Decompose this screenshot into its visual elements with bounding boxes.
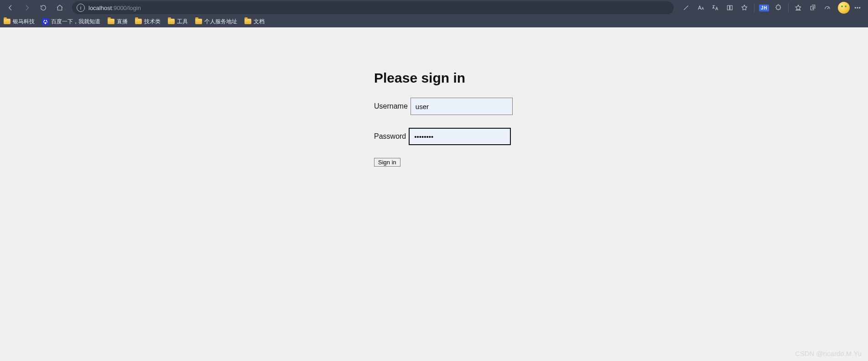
bookmark-label: 技术类: [144, 18, 161, 26]
page-viewport: Please sign in Username Password Sign in…: [0, 27, 868, 361]
home-icon: [56, 4, 63, 11]
toolbar-right: JH: [679, 1, 864, 15]
password-label: Password: [374, 132, 406, 141]
reading-view-button[interactable]: [723, 1, 737, 15]
bookmark-label: 百度一下，我就知道: [51, 18, 100, 26]
folder-icon: [4, 19, 10, 24]
site-info-icon[interactable]: i: [77, 4, 85, 12]
toolbar-separator: [754, 3, 754, 12]
collections-icon: [809, 4, 816, 11]
favorites-icon: [795, 4, 802, 11]
puzzle-icon: [775, 4, 782, 11]
star-icon: [741, 4, 748, 11]
browser-toolbar: i localhost:9000/login JH: [0, 0, 868, 16]
svg-point-0: [855, 7, 856, 8]
page-title: Please sign in: [374, 70, 529, 86]
browser-chrome: i localhost:9000/login JH: [0, 0, 868, 27]
bookmark-item[interactable]: 百度一下，我就知道: [42, 18, 100, 26]
text-size-icon: [697, 4, 704, 11]
bookmark-item[interactable]: 直播: [108, 18, 128, 26]
bookmarks-bar: 银马科技百度一下，我就知道直播技术类工具个人服务地址文档: [0, 16, 868, 27]
bookmark-label: 文档: [254, 18, 265, 26]
arrow-right-icon: [23, 4, 31, 11]
translate-icon: [712, 4, 719, 11]
username-row: Username: [374, 98, 529, 115]
username-label: Username: [374, 102, 408, 110]
extensions-button[interactable]: [772, 1, 785, 15]
read-aloud-button[interactable]: [694, 1, 707, 15]
bookmark-label: 个人服务地址: [204, 18, 237, 26]
username-input[interactable]: [411, 98, 513, 115]
bookmark-item[interactable]: 工具: [168, 18, 188, 26]
extension-jh[interactable]: JH: [757, 1, 771, 15]
collections-button[interactable]: [806, 1, 820, 15]
svg-point-2: [859, 7, 860, 8]
folder-icon: [244, 19, 251, 24]
bookmark-label: 银马科技: [13, 18, 35, 26]
bookmark-label: 工具: [177, 18, 188, 26]
translate-button[interactable]: [708, 1, 722, 15]
password-row: Password: [374, 128, 529, 145]
refresh-icon: [40, 4, 47, 11]
url-text[interactable]: localhost:9000/login: [88, 5, 669, 11]
favorites-bar-button[interactable]: [791, 1, 805, 15]
watermark: CSDN @ricardo.M.Yu: [795, 350, 862, 357]
url-host: localhost: [88, 5, 112, 11]
folder-icon: [168, 19, 175, 24]
bookmark-item[interactable]: 银马科技: [4, 18, 35, 26]
profile-avatar[interactable]: [838, 2, 850, 14]
folder-icon: [195, 19, 202, 24]
bookmark-label: 直播: [117, 18, 128, 26]
address-bar[interactable]: i localhost:9000/login: [72, 1, 674, 14]
svg-point-1: [857, 7, 858, 8]
sign-in-button[interactable]: Sign in: [374, 158, 400, 167]
back-button[interactable]: [4, 1, 17, 15]
arrow-left-icon: [7, 4, 14, 11]
bookmark-item[interactable]: 技术类: [135, 18, 161, 26]
refresh-button[interactable]: [36, 1, 50, 15]
login-form: Please sign in Username Password Sign in: [374, 70, 529, 167]
extension-badge: JH: [759, 5, 769, 11]
performance-button[interactable]: [821, 1, 834, 15]
toolbar-separator-2: [788, 3, 789, 12]
baidu-icon: [42, 18, 49, 25]
forward-button[interactable]: [20, 1, 34, 15]
folder-icon: [108, 19, 114, 24]
bookmark-item[interactable]: 个人服务地址: [195, 18, 237, 26]
wand-icon: [682, 4, 690, 11]
folder-icon: [135, 19, 142, 24]
search-in-page-button[interactable]: [679, 1, 693, 15]
home-button[interactable]: [53, 1, 67, 15]
book-icon: [726, 4, 733, 11]
url-rest: :9000/login: [112, 5, 141, 11]
more-icon: [854, 4, 861, 11]
gauge-icon: [824, 4, 831, 11]
password-input[interactable]: [409, 128, 511, 145]
more-button[interactable]: [851, 1, 864, 15]
favorite-button[interactable]: [738, 1, 751, 15]
bookmark-item[interactable]: 文档: [244, 18, 265, 26]
